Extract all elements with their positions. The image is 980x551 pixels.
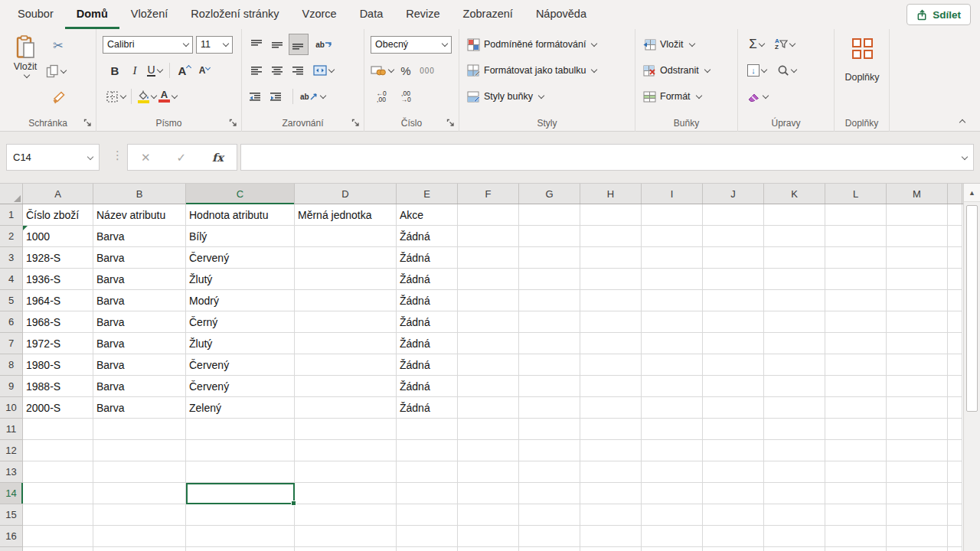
- cell-D10[interactable]: [295, 397, 397, 419]
- cell-I16[interactable]: [642, 526, 703, 547]
- cell-F10[interactable]: [458, 397, 519, 419]
- font-size-combo[interactable]: 11: [196, 36, 233, 54]
- autosum-button[interactable]: Σ: [747, 34, 766, 54]
- row-header-9[interactable]: 9: [0, 376, 23, 397]
- cell-B12[interactable]: [93, 440, 186, 461]
- cell-C12[interactable]: [186, 440, 295, 461]
- row-header-5[interactable]: 5: [0, 290, 23, 311]
- cell-G14[interactable]: [519, 483, 580, 504]
- alignment-dialog-launcher[interactable]: [351, 119, 361, 128]
- fill-color-button[interactable]: [137, 86, 156, 106]
- cell-L11[interactable]: [825, 419, 887, 440]
- cell-G2[interactable]: [519, 226, 580, 247]
- cell-E10[interactable]: Žádná: [397, 397, 458, 419]
- cell-B14[interactable]: [93, 483, 186, 504]
- cell-M1[interactable]: [887, 204, 948, 226]
- cell-A15[interactable]: [23, 504, 93, 526]
- comma-style-button[interactable]: 000: [418, 60, 436, 80]
- cell-E16[interactable]: [397, 526, 458, 547]
- tab-nápověda[interactable]: Nápověda: [524, 0, 598, 29]
- column-header-I[interactable]: I: [642, 184, 703, 204]
- cell-M11[interactable]: [887, 419, 948, 440]
- cell-G1[interactable]: [519, 204, 580, 226]
- cell-A10[interactable]: 2000-S: [23, 397, 93, 419]
- cell-J15[interactable]: [703, 504, 764, 526]
- cell-H2[interactable]: [580, 226, 642, 247]
- row-header-10[interactable]: 10: [0, 397, 23, 419]
- cell-H14[interactable]: [580, 483, 642, 504]
- accounting-format-button[interactable]: [371, 60, 394, 80]
- cell-J16[interactable]: [703, 526, 764, 547]
- format-painter-button[interactable]: [49, 87, 67, 107]
- delete-cells-button[interactable]: Odstranit: [643, 59, 710, 82]
- cell-C15[interactable]: [186, 504, 295, 526]
- cell-F9[interactable]: [458, 376, 519, 397]
- font-name-combo[interactable]: Calibri: [103, 36, 193, 54]
- cell-D4[interactable]: [295, 269, 397, 290]
- cell-E1[interactable]: Akce: [397, 204, 458, 226]
- cell-D15[interactable]: [295, 504, 397, 526]
- tab-revize[interactable]: Revize: [394, 0, 451, 29]
- cell-G5[interactable]: [519, 290, 580, 311]
- cell-B16[interactable]: [93, 526, 186, 547]
- cell-I1[interactable]: [642, 204, 703, 226]
- cancel-button[interactable]: ✕: [141, 151, 151, 165]
- cell-H9[interactable]: [580, 376, 642, 397]
- cell-D7[interactable]: [295, 333, 397, 354]
- column-header-F[interactable]: F: [458, 184, 519, 204]
- cell-J10[interactable]: [703, 397, 764, 419]
- cell-M3[interactable]: [887, 247, 948, 269]
- cell-G7[interactable]: [519, 333, 580, 354]
- column-header-A[interactable]: A: [23, 184, 93, 204]
- cell-H1[interactable]: [580, 204, 642, 226]
- row-header-3[interactable]: 3: [0, 247, 23, 269]
- cell-A14[interactable]: [23, 483, 93, 504]
- row-header-1[interactable]: 1: [0, 204, 23, 226]
- cut-button[interactable]: ✂: [49, 35, 67, 55]
- align-right-button[interactable]: [289, 60, 308, 80]
- cell-H13[interactable]: [580, 461, 642, 483]
- cell-G3[interactable]: [519, 247, 580, 269]
- bold-button[interactable]: B: [106, 60, 124, 80]
- formula-input[interactable]: [240, 144, 974, 171]
- cell-I9[interactable]: [642, 376, 703, 397]
- align-left-button[interactable]: [248, 60, 266, 80]
- cell-F17[interactable]: [458, 547, 519, 551]
- cell-K4[interactable]: [764, 269, 825, 290]
- cell-I12[interactable]: [642, 440, 703, 461]
- cell-K13[interactable]: [764, 461, 825, 483]
- font-color-button[interactable]: A: [158, 86, 177, 106]
- cell-M7[interactable]: [887, 333, 948, 354]
- cell-L13[interactable]: [825, 461, 887, 483]
- cell-H5[interactable]: [580, 290, 642, 311]
- cell-J1[interactable]: [703, 204, 764, 226]
- cell-C4[interactable]: Žlutý: [186, 269, 295, 290]
- format-as-table-button[interactable]: Formátovat jako tabulku: [467, 59, 596, 82]
- cell-B8[interactable]: Barva: [93, 354, 186, 376]
- cell-L15[interactable]: [825, 504, 887, 526]
- cell-D6[interactable]: [295, 311, 397, 333]
- cell-E2[interactable]: Žádná: [397, 226, 458, 247]
- cell-H6[interactable]: [580, 311, 642, 333]
- addins-button[interactable]: Doplňky: [839, 34, 885, 83]
- cell-D16[interactable]: [295, 526, 397, 547]
- cell-D1[interactable]: Měrná jednotka: [295, 204, 397, 226]
- cell-F3[interactable]: [458, 247, 519, 269]
- cell-J5[interactable]: [703, 290, 764, 311]
- row-header-12[interactable]: 12: [0, 440, 23, 461]
- cell-I13[interactable]: [642, 461, 703, 483]
- cell-J2[interactable]: [703, 226, 764, 247]
- vertical-scrollbar[interactable]: ▲: [963, 184, 980, 551]
- cell-H12[interactable]: [580, 440, 642, 461]
- cell-I6[interactable]: [642, 311, 703, 333]
- row-header-8[interactable]: 8: [0, 354, 23, 376]
- cell-H11[interactable]: [580, 419, 642, 440]
- cell-L12[interactable]: [825, 440, 887, 461]
- underline-button[interactable]: U: [145, 60, 164, 80]
- decrease-indent-button[interactable]: [247, 86, 265, 106]
- merge-center-button[interactable]: [313, 60, 334, 80]
- cell-K5[interactable]: [764, 290, 825, 311]
- cell-C13[interactable]: [186, 461, 295, 483]
- cell-A13[interactable]: [23, 461, 93, 483]
- borders-button[interactable]: [106, 86, 126, 106]
